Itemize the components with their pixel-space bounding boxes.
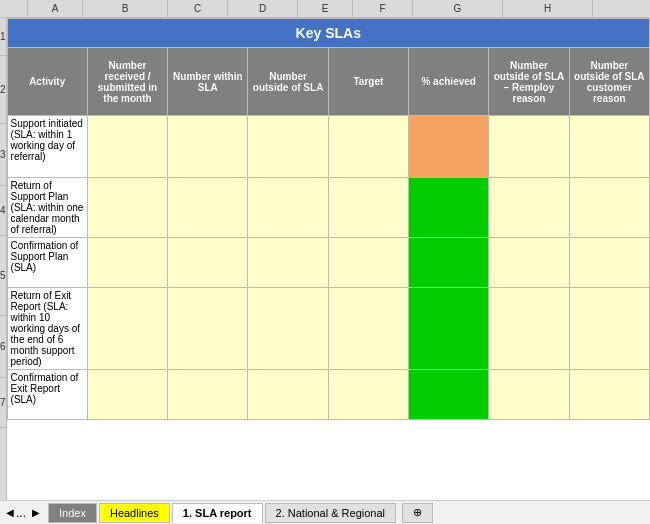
data-cell-5-2[interactable] bbox=[87, 370, 167, 420]
pct-cell-5[interactable] bbox=[409, 370, 489, 420]
table-row: Return of Exit Report (SLA: within 10 wo… bbox=[7, 288, 649, 370]
data-cell-4-3[interactable] bbox=[168, 288, 248, 370]
col-header-f: F bbox=[353, 0, 413, 17]
data-cell-4-4[interactable] bbox=[248, 288, 328, 370]
title-row: Key SLAs bbox=[7, 19, 649, 48]
data-cell-4-7[interactable] bbox=[489, 288, 569, 370]
data-cell-2-8[interactable] bbox=[569, 178, 649, 238]
row-num-1: 1 bbox=[0, 18, 6, 56]
row-num-2: 2 bbox=[0, 56, 6, 124]
row-num-4: 4 bbox=[0, 186, 6, 236]
row-num-7: 7 bbox=[0, 378, 6, 428]
grid: 1 2 3 4 5 6 7 Key SLAs Activity Number r… bbox=[0, 18, 650, 500]
table-row: Return of Support Plan (SLA: within one … bbox=[7, 178, 649, 238]
data-cell-1-7[interactable] bbox=[489, 116, 569, 178]
tab-index[interactable]: Index bbox=[48, 503, 97, 523]
pct-cell-4[interactable] bbox=[409, 288, 489, 370]
activity-cell-5[interactable]: Confirmation of Exit Report (SLA) bbox=[7, 370, 87, 420]
data-cell-5-7[interactable] bbox=[489, 370, 569, 420]
data-cell-3-5[interactable] bbox=[328, 238, 408, 288]
col-header-rownum bbox=[0, 0, 28, 17]
col-header-d: D bbox=[228, 0, 298, 17]
col-header-b: B bbox=[83, 0, 168, 17]
tab-headlines[interactable]: Headlines bbox=[99, 503, 170, 523]
data-cell-5-3[interactable] bbox=[168, 370, 248, 420]
data-cell-1-5[interactable] bbox=[328, 116, 408, 178]
header-outside-customer: Number outside of SLA customer reason bbox=[569, 48, 649, 116]
activity-cell-4[interactable]: Return of Exit Report (SLA: within 10 wo… bbox=[7, 288, 87, 370]
table-row: Support initiated (SLA: within 1 working… bbox=[7, 116, 649, 178]
col-header-a: A bbox=[28, 0, 83, 17]
activity-cell-1[interactable]: Support initiated (SLA: within 1 working… bbox=[7, 116, 87, 178]
header-num-received: Number received / submitted in the month bbox=[87, 48, 167, 116]
header-num-outside: Number outside of SLA bbox=[248, 48, 328, 116]
pct-cell-1[interactable] bbox=[409, 116, 489, 178]
data-cell-3-2[interactable] bbox=[87, 238, 167, 288]
data-cell-2-2[interactable] bbox=[87, 178, 167, 238]
tab-bar: ◀ ... ▶ Index Headlines 1. SLA report 2.… bbox=[0, 500, 650, 524]
table-area: Key SLAs Activity Number received / subm… bbox=[7, 18, 650, 500]
header-pct-achieved: % achieved bbox=[409, 48, 489, 116]
col-header-e: E bbox=[298, 0, 353, 17]
data-cell-4-2[interactable] bbox=[87, 288, 167, 370]
tab-national-regional[interactable]: 2. National & Regional bbox=[265, 503, 396, 523]
scroll-left-arrow[interactable]: ◀ bbox=[4, 507, 16, 518]
data-cell-5-4[interactable] bbox=[248, 370, 328, 420]
column-headers: A B C D E F G H bbox=[0, 0, 650, 18]
data-cell-1-8[interactable] bbox=[569, 116, 649, 178]
data-cell-3-3[interactable] bbox=[168, 238, 248, 288]
data-cell-1-3[interactable] bbox=[168, 116, 248, 178]
data-cell-2-7[interactable] bbox=[489, 178, 569, 238]
header-row: Activity Number received / submitted in … bbox=[7, 48, 649, 116]
col-header-c: C bbox=[168, 0, 228, 17]
col-header-g: G bbox=[413, 0, 503, 17]
data-cell-2-3[interactable] bbox=[168, 178, 248, 238]
table-title: Key SLAs bbox=[7, 19, 649, 48]
data-cell-2-4[interactable] bbox=[248, 178, 328, 238]
data-cell-1-4[interactable] bbox=[248, 116, 328, 178]
data-cell-3-4[interactable] bbox=[248, 238, 328, 288]
tab-scroll-arrows: ◀ ... ▶ bbox=[4, 506, 42, 520]
header-activity: Activity bbox=[7, 48, 87, 116]
data-cell-3-7[interactable] bbox=[489, 238, 569, 288]
row-num-5: 5 bbox=[0, 236, 6, 316]
data-cell-1-2[interactable] bbox=[87, 116, 167, 178]
activity-cell-2[interactable]: Return of Support Plan (SLA: within one … bbox=[7, 178, 87, 238]
sla-table: Key SLAs Activity Number received / subm… bbox=[7, 18, 650, 420]
activity-cell-3[interactable]: Confirmation of Support Plan (SLA) bbox=[7, 238, 87, 288]
header-target: Target bbox=[328, 48, 408, 116]
spreadsheet: A B C D E F G H 1 2 3 4 5 6 7 Key SLAs bbox=[0, 0, 650, 524]
pct-cell-2[interactable] bbox=[409, 178, 489, 238]
data-cell-5-5[interactable] bbox=[328, 370, 408, 420]
table-row: Confirmation of Support Plan (SLA) bbox=[7, 238, 649, 288]
header-num-within: Number within SLA bbox=[168, 48, 248, 116]
col-header-h: H bbox=[503, 0, 593, 17]
tab-dots[interactable]: ... bbox=[16, 506, 26, 520]
pct-cell-3[interactable] bbox=[409, 238, 489, 288]
scroll-right-arrow[interactable]: ▶ bbox=[30, 507, 42, 518]
table-row: Confirmation of Exit Report (SLA) bbox=[7, 370, 649, 420]
tab-sla-report[interactable]: 1. SLA report bbox=[172, 503, 263, 523]
data-cell-4-5[interactable] bbox=[328, 288, 408, 370]
row-num-3: 3 bbox=[0, 124, 6, 186]
row-num-6: 6 bbox=[0, 316, 6, 378]
data-cell-3-8[interactable] bbox=[569, 238, 649, 288]
data-cell-5-8[interactable] bbox=[569, 370, 649, 420]
header-outside-remploy: Number outside of SLA – Remploy reason bbox=[489, 48, 569, 116]
data-cell-4-8[interactable] bbox=[569, 288, 649, 370]
tab-add-sheet[interactable]: ⊕ bbox=[402, 503, 433, 523]
data-cell-2-5[interactable] bbox=[328, 178, 408, 238]
